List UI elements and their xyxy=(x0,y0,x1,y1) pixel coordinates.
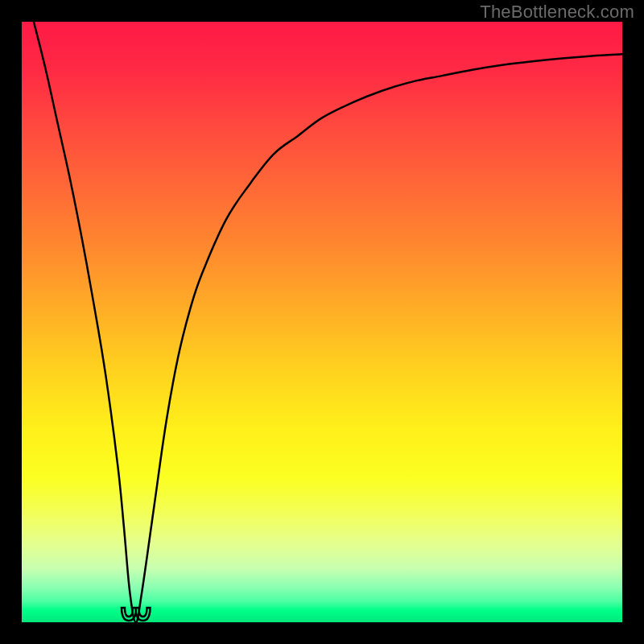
plot-area xyxy=(22,22,622,622)
minimum-marker xyxy=(122,608,151,621)
chart-frame: TheBottleneck.com xyxy=(0,0,644,644)
bottleneck-curve xyxy=(34,22,622,622)
curve-svg xyxy=(22,22,622,622)
watermark-text: TheBottleneck.com xyxy=(480,2,634,23)
